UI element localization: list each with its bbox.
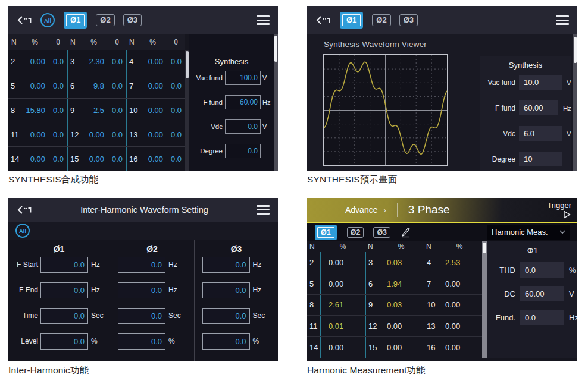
time-input[interactable]: 0.0 bbox=[118, 308, 165, 324]
cell-theta[interactable]: 0.0 bbox=[49, 122, 67, 146]
cell-percent[interactable]: 0.00 bbox=[21, 147, 49, 171]
cell-theta[interactable]: 0.0 bbox=[167, 122, 185, 146]
cell-theta[interactable]: 0.0 bbox=[108, 74, 126, 98]
back-icon[interactable] bbox=[315, 15, 331, 26]
vdc-input[interactable]: 0.0 bbox=[225, 119, 261, 134]
field-f-end: 0.0Hz bbox=[195, 282, 278, 298]
field-unit: Hz bbox=[569, 313, 577, 322]
harmonic-measurement-screen: Advance › 3 Phase Trigger Ø1 Ø2 Ø3 Harmo… bbox=[307, 198, 577, 361]
level-input[interactable]: 0.0 bbox=[202, 333, 250, 350]
cell-percent[interactable]: 2.5 bbox=[80, 99, 108, 122]
measurement-mode-dropdown[interactable]: Harmonic Meas. bbox=[487, 225, 570, 240]
cell-percent[interactable]: 0.00 bbox=[139, 50, 167, 74]
cell-percent: 0.00 bbox=[437, 337, 482, 358]
f-fund-input[interactable]: 60.00 bbox=[225, 95, 261, 109]
panel-scrollbar[interactable] bbox=[573, 34, 577, 171]
field-value: 0.0 bbox=[525, 313, 536, 322]
cell-n: 16 bbox=[424, 337, 437, 358]
cell-percent: 0.01 bbox=[320, 316, 365, 336]
level-input[interactable]: 0.0 bbox=[40, 333, 88, 350]
field-unit: V bbox=[567, 79, 571, 86]
cell-theta[interactable]: 0.0 bbox=[49, 50, 67, 74]
phase-2-column: Ø2 0.0Hz 0.0Hz 0.0Sec 0.0% bbox=[110, 240, 194, 361]
cell-percent[interactable]: 0.00 bbox=[21, 50, 49, 74]
f-start-input[interactable]: 0.0 bbox=[118, 257, 165, 273]
cell-theta[interactable]: 0.0 bbox=[108, 99, 126, 122]
f-start-input[interactable]: 0.0 bbox=[40, 257, 88, 273]
field-label: Degree bbox=[480, 155, 515, 163]
table-body: 20.000.032.300.040.000.0 50.000.069.80.0… bbox=[8, 50, 185, 171]
tab-phase-1[interactable]: Ø1 bbox=[66, 14, 85, 26]
cell-percent[interactable]: 2.30 bbox=[80, 50, 108, 74]
tab-phase-3[interactable]: Ø3 bbox=[373, 227, 390, 238]
back-icon[interactable] bbox=[17, 15, 32, 26]
back-icon[interactable] bbox=[17, 204, 32, 215]
field-thd: THD0.0% bbox=[487, 262, 577, 278]
col-header-theta: θ bbox=[49, 34, 67, 50]
degree-input[interactable]: 10 bbox=[519, 152, 562, 166]
field-value: 0.0 bbox=[151, 311, 162, 320]
all-phases-button[interactable]: All bbox=[15, 224, 30, 238]
col-header-percent: % bbox=[139, 34, 167, 50]
field-label: F Start bbox=[10, 260, 38, 269]
page-title: Inter-Harmonic Waveform Setting bbox=[32, 205, 257, 215]
scrollbar-thumb[interactable] bbox=[186, 51, 189, 78]
tab-phase-1[interactable]: Ø1 bbox=[317, 227, 334, 238]
cell-theta[interactable]: 0.0 bbox=[167, 74, 185, 98]
cell-percent[interactable]: 15.80 bbox=[21, 99, 49, 122]
cell-percent[interactable]: 0.00 bbox=[21, 122, 49, 146]
scrollbar-thumb[interactable] bbox=[274, 36, 277, 62]
table-scrollbar[interactable] bbox=[482, 241, 487, 358]
vac-fund-input[interactable]: 100.0 bbox=[225, 71, 261, 85]
tab-phase-2[interactable]: Ø2 bbox=[372, 14, 390, 26]
edit-pen-icon[interactable] bbox=[400, 226, 411, 238]
vac-fund-input[interactable]: 10.0 bbox=[519, 75, 562, 90]
cell-n: 13 bbox=[424, 316, 437, 336]
degree-input[interactable]: 0.0 bbox=[225, 144, 261, 158]
time-input[interactable]: 0.0 bbox=[202, 308, 250, 324]
tab-phase-2[interactable]: Ø2 bbox=[96, 14, 114, 26]
scrollbar-thumb[interactable] bbox=[483, 243, 486, 253]
tab-phase-3[interactable]: Ø3 bbox=[399, 14, 418, 26]
field-value: 0.0 bbox=[235, 260, 246, 269]
cell-percent[interactable]: 0.00 bbox=[80, 147, 108, 171]
table-row: 20.000.032.300.040.000.0 bbox=[8, 50, 185, 74]
f-end-input[interactable]: 0.0 bbox=[118, 282, 165, 298]
menu-icon[interactable] bbox=[257, 205, 270, 215]
cell-percent[interactable]: 9.8 bbox=[80, 74, 108, 98]
field-label: F End bbox=[10, 286, 38, 294]
cell-theta[interactable]: 0.0 bbox=[167, 99, 185, 122]
menu-icon[interactable] bbox=[257, 15, 270, 25]
cell-percent[interactable]: 0.00 bbox=[139, 147, 167, 171]
cell-theta[interactable]: 0.0 bbox=[167, 147, 185, 171]
table-scrollbar[interactable] bbox=[185, 50, 189, 171]
breadcrumb-advance[interactable]: Advance bbox=[345, 205, 377, 215]
cell-percent[interactable]: 0.00 bbox=[139, 74, 167, 98]
time-input[interactable]: 0.0 bbox=[40, 308, 88, 324]
cell-theta[interactable]: 0.0 bbox=[108, 122, 126, 146]
f-end-input[interactable]: 0.0 bbox=[202, 282, 250, 298]
f-fund-input[interactable]: 60.00 bbox=[519, 100, 558, 115]
scrollbar-thumb[interactable] bbox=[574, 37, 577, 63]
cell-percent[interactable]: 0.00 bbox=[80, 122, 108, 146]
level-input[interactable]: 0.0 bbox=[118, 333, 165, 350]
all-phases-button[interactable]: All bbox=[40, 13, 55, 27]
tab-phase-3[interactable]: Ø3 bbox=[123, 14, 142, 26]
cell-theta[interactable]: 0.0 bbox=[108, 50, 126, 74]
cell-theta[interactable]: 0.0 bbox=[49, 99, 67, 122]
trigger-button[interactable]: Trigger bbox=[547, 201, 577, 219]
cell-theta[interactable]: 0.0 bbox=[49, 74, 67, 98]
panel-scrollbar[interactable] bbox=[274, 34, 278, 171]
menu-icon[interactable] bbox=[556, 15, 569, 25]
cell-theta[interactable]: 0.0 bbox=[49, 147, 67, 171]
tab-phase-2[interactable]: Ø2 bbox=[347, 227, 364, 238]
cell-percent[interactable]: 0.00 bbox=[21, 74, 49, 98]
cell-theta[interactable]: 0.0 bbox=[167, 50, 185, 74]
cell-percent[interactable]: 0.00 bbox=[139, 99, 167, 122]
vdc-input[interactable]: 6.0 bbox=[519, 126, 562, 141]
f-end-input[interactable]: 0.0 bbox=[40, 282, 88, 298]
cell-theta[interactable]: 0.0 bbox=[108, 147, 126, 171]
tab-phase-1[interactable]: Ø1 bbox=[342, 14, 361, 26]
cell-percent[interactable]: 0.00 bbox=[139, 122, 167, 146]
f-start-input[interactable]: 0.0 bbox=[202, 257, 250, 273]
